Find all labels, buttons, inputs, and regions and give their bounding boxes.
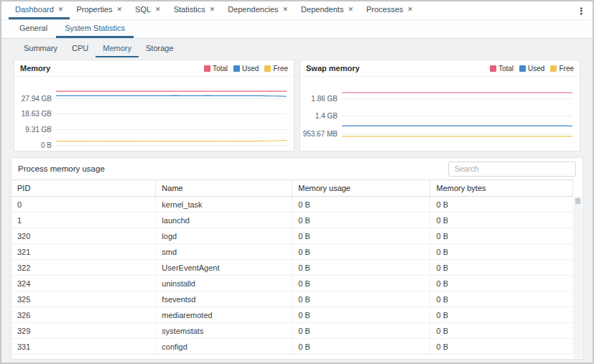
cell-pid: 322: [11, 260, 156, 276]
tab-label: Properties: [76, 5, 112, 14]
charts-row: Memory TotalUsedFree 27.94 GB18.63 GB9.3…: [14, 60, 580, 151]
legend-swatch: [490, 65, 496, 72]
table-row[interactable]: 331configd0 B0 B: [11, 339, 573, 355]
legend-label: Used: [242, 65, 259, 73]
cell-name: kernel_task: [156, 197, 292, 213]
table-scrollbar-thumb[interactable]: [575, 198, 580, 204]
swap-line-chart: 1.86 GB1.4 GB953.67 MB: [300, 76, 580, 151]
legend-label: Free: [273, 65, 288, 73]
table-row[interactable]: 0kernel_task0 B0 B: [11, 197, 573, 213]
legend-swatch: [264, 65, 271, 72]
cell-name: UserEventAgent: [156, 260, 292, 276]
cell-memory-usage: 0 B: [292, 276, 430, 291]
legend-item-free: Free: [264, 65, 288, 73]
table-scrollbar-track[interactable]: [574, 197, 582, 358]
memory-chart-panel: Memory TotalUsedFree 27.94 GB18.63 GB9.3…: [14, 60, 294, 151]
table-row[interactable]: 324uninstalld0 B0 B: [11, 276, 573, 291]
series-line-used: [56, 95, 287, 96]
legend-swatch: [550, 65, 557, 72]
tab-label: Processes: [366, 5, 403, 14]
cell-memory-bytes: 0 B: [430, 228, 573, 244]
cell-pid: 0: [11, 197, 156, 213]
memory-plot-area: 27.94 GB18.63 GB9.31 GB0 B: [56, 84, 287, 147]
legend-item-total: Total: [204, 65, 228, 73]
tab-statistics[interactable]: Statistics✕: [167, 1, 222, 19]
tab-sql[interactable]: SQL✕: [129, 1, 167, 19]
legend-swatch: [233, 65, 240, 72]
cell-memory-usage: 0 B: [292, 197, 430, 213]
cell-memory-bytes: 0 B: [430, 307, 573, 323]
table-row[interactable]: 1launchd0 B0 B: [11, 213, 573, 228]
cell-name: launchd: [156, 213, 292, 228]
table-row[interactable]: 325fseventsd0 B0 B: [11, 291, 573, 307]
more-options-icon[interactable]: ⋮: [577, 1, 586, 20]
close-icon[interactable]: ✕: [117, 6, 123, 13]
tab-properties[interactable]: Properties✕: [70, 1, 129, 19]
column-header-memory-bytes[interactable]: Memory bytes: [430, 180, 573, 197]
tab-dependencies[interactable]: Dependencies✕: [221, 1, 294, 19]
legend-item-free: Free: [550, 65, 574, 73]
tab-memory[interactable]: Memory: [96, 40, 139, 57]
close-icon[interactable]: ✕: [58, 6, 64, 13]
tab-storage[interactable]: Storage: [139, 40, 181, 57]
cell-memory-bytes: 0 B: [430, 291, 573, 307]
tab-processes[interactable]: Processes✕: [360, 1, 419, 19]
cell-memory-bytes: 0 B: [430, 197, 573, 213]
close-icon[interactable]: ✕: [283, 6, 289, 13]
legend-item-total: Total: [490, 65, 514, 73]
tab-label: CPU: [72, 44, 88, 52]
tab-label: General: [19, 24, 47, 32]
legend-label: Used: [528, 65, 544, 73]
main-tabs-container: Dashboard✕Properties✕SQL✕Statistics✕Depe…: [9, 1, 419, 19]
tab-dependents[interactable]: Dependents✕: [294, 1, 360, 19]
cell-pid: 321: [11, 244, 156, 260]
cell-memory-usage: 0 B: [292, 291, 430, 307]
cell-name: systemstats: [156, 323, 292, 339]
legend-label: Total: [498, 65, 514, 73]
cell-memory-bytes: 0 B: [430, 213, 573, 228]
tab-cpu[interactable]: CPU: [65, 40, 96, 57]
table-row[interactable]: 321smd0 B0 B: [11, 244, 573, 260]
cell-memory-usage: 0 B: [292, 323, 430, 339]
table-row[interactable]: 322UserEventAgent0 B0 B: [11, 260, 573, 276]
legend-swatch: [519, 65, 526, 72]
panel-tab-bar: GeneralSystem Statistics: [1, 20, 593, 39]
tab-system-statistics[interactable]: System Statistics: [56, 20, 134, 38]
process-table-header: Process memory usage: [11, 158, 583, 179]
cell-pid: 325: [11, 291, 156, 307]
y-tick-label: 1.4 GB: [315, 112, 338, 120]
close-icon[interactable]: ✕: [210, 6, 215, 13]
cell-pid: 326: [11, 307, 156, 323]
legend-swatch: [204, 65, 210, 72]
column-header-name[interactable]: Name: [156, 180, 292, 197]
tab-label: Summary: [24, 44, 57, 52]
table-row[interactable]: 329systemstats0 B0 B: [11, 323, 573, 339]
close-icon[interactable]: ✕: [155, 6, 161, 13]
table-row[interactable]: 320logd0 B0 B: [11, 228, 573, 244]
tab-dashboard[interactable]: Dashboard✕: [9, 1, 70, 19]
tab-summary[interactable]: Summary: [17, 40, 65, 57]
column-header-memory-usage[interactable]: Memory usage: [292, 180, 430, 197]
legend-item-used: Used: [233, 65, 259, 73]
column-header-pid[interactable]: PID: [11, 180, 156, 197]
close-icon[interactable]: ✕: [348, 6, 353, 13]
table-row[interactable]: 326mediaremoted0 B0 B: [11, 307, 573, 323]
pgadmin-window: Dashboard✕Properties✕SQL✕Statistics✕Depe…: [0, 0, 594, 364]
y-tick-label: 0 B: [41, 141, 52, 149]
cell-pid: 1: [11, 213, 156, 228]
y-tick-label: 18.63 GB: [22, 110, 52, 118]
close-icon[interactable]: ✕: [407, 6, 413, 13]
table-title: Process memory usage: [18, 164, 105, 173]
chart-legend: TotalUsedFree: [490, 65, 574, 73]
memory-line-chart: 27.94 GB18.63 GB9.31 GB0 B: [14, 76, 294, 151]
table-header-row: PID Name Memory usage Memory bytes: [11, 180, 573, 197]
series-line-free: [56, 141, 287, 141]
search-input[interactable]: [448, 162, 576, 177]
cell-memory-bytes: 0 B: [430, 260, 573, 276]
swap-plot-area: 1.86 GB1.4 GB953.67 MB: [342, 84, 572, 147]
tab-general[interactable]: General: [11, 20, 56, 38]
process-memory-panel: Process memory usage PID Name Memory usa…: [11, 157, 583, 360]
chart-title: Swap memory: [306, 64, 360, 73]
chart-legend: TotalUsedFree: [204, 65, 288, 73]
tab-label: System Statistics: [65, 24, 125, 32]
